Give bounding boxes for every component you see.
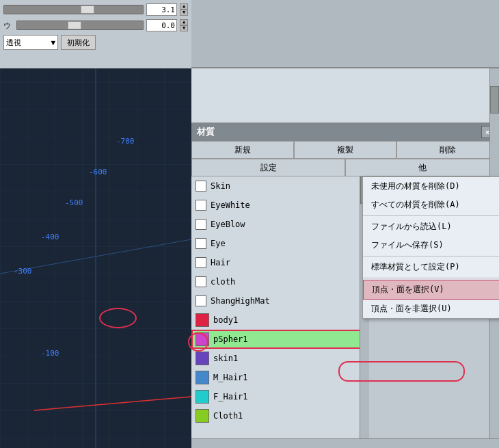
checkbox-eyewhite[interactable] (195, 200, 206, 211)
material-top-area (191, 68, 499, 123)
context-menu: 未使用の材質を削除(D) すべての材質を削除(A) ファイルから読込(L) ファ… (362, 176, 499, 319)
material-item-eyeblow[interactable]: EyeBlow (191, 215, 368, 234)
grid-label-500: -500 (65, 198, 83, 207)
swatch-skin1 (195, 352, 209, 365)
other-button[interactable]: 他 (345, 159, 499, 176)
material-panel-header: 材質 × (191, 123, 499, 141)
slider-1-spin[interactable]: ▲ ▼ (180, 3, 188, 16)
slider-row-2: ウ 0.0 ▲ ▼ (3, 19, 188, 31)
swatch-pspher1 (195, 332, 209, 346)
material-item-body1[interactable]: body1 (191, 311, 368, 330)
slider-2-label: ウ (3, 21, 14, 31)
top-button-row: 新規 複製 削除 (191, 141, 499, 159)
ctx-divider-2 (363, 256, 499, 256)
material-body: Skin EyeWhite EyeBlow Eye Hair (191, 176, 499, 448)
ctx-divider-3 (363, 278, 499, 278)
grid-label-400: -400 (41, 233, 59, 241)
spin-down-2[interactable]: ▼ (180, 25, 188, 31)
ctx-select-vertex[interactable]: 頂点・面を選択(V) (363, 280, 499, 300)
material-item-skin1[interactable]: skin1 (191, 349, 368, 368)
checkbox-cloth[interactable] (195, 276, 206, 287)
checkbox-eye[interactable] (195, 238, 206, 249)
bottom-scrollbar[interactable] (191, 438, 499, 448)
panel-scrollbar-thumb[interactable] (490, 86, 499, 114)
spin-down-1[interactable]: ▼ (180, 10, 188, 16)
material-panel: 材質 × 新規 複製 削除 設定 他 Skin EyeWhite (191, 68, 499, 448)
slider-1[interactable] (3, 5, 144, 14)
ctx-delete-unused[interactable]: 未使用の材質を削除(D) (363, 177, 499, 196)
checkbox-shanghighmat[interactable] (195, 295, 206, 306)
checkbox-skin[interactable] (195, 181, 206, 192)
swatch-cloth1 (195, 409, 209, 423)
material-item-hair[interactable]: Hair (191, 253, 368, 272)
checkbox-eyeblow[interactable] (195, 219, 206, 230)
ctx-load-file[interactable]: ファイルから読込(L) (363, 218, 499, 236)
material-item-eyewhite[interactable]: EyeWhite (191, 196, 368, 215)
bottom-button-row: 設定 他 (191, 159, 499, 176)
slider-2-value[interactable]: 0.0 (146, 19, 177, 31)
copy-button[interactable]: 複製 (294, 141, 396, 158)
slider-area: 3.1 ▲ ▼ ウ 0.0 ▲ ▼ 透視 ▼ 初期化 (0, 0, 191, 68)
swatch-fhair1 (195, 390, 209, 404)
ctx-divider-1 (363, 215, 499, 216)
ctx-set-default[interactable]: 標準材質として設定(P) (363, 258, 499, 276)
slider-row-1: 3.1 ▲ ▼ (3, 3, 188, 16)
new-button[interactable]: 新規 (191, 141, 294, 158)
grid-label-100: -100 (41, 349, 59, 358)
swatch-body1 (195, 313, 209, 327)
material-item-fhair1[interactable]: F_Hair1 (191, 387, 368, 406)
swatch-mhair1 (195, 371, 209, 384)
slider-2-spin[interactable]: ▲ ▼ (180, 19, 188, 31)
material-item-shanghighmat[interactable]: ShangHighMat (191, 291, 368, 311)
delete-button[interactable]: 削除 (396, 141, 499, 158)
slider-1-value[interactable]: 3.1 (146, 3, 177, 16)
ctx-delete-all[interactable]: すべての材質を削除(A) (363, 196, 499, 214)
material-item-cloth[interactable]: cloth (191, 272, 368, 291)
dropdown-arrow: ▼ (51, 38, 55, 47)
ctx-deselect-vertex[interactable]: 頂点・面を非選択(U) (363, 300, 499, 318)
checkbox-hair[interactable] (195, 257, 206, 268)
material-item-mhair1[interactable]: M_Hair1 (191, 368, 368, 387)
perspective-dropdown[interactable]: 透視 ▼ (3, 35, 58, 50)
grid-label-600: -600 (89, 168, 107, 176)
material-title: 材質 (197, 126, 215, 138)
material-list[interactable]: Skin EyeWhite EyeBlow Eye Hair (191, 176, 369, 448)
bottom-controls: 透視 ▼ 初期化 (3, 35, 188, 50)
material-item-cloth1[interactable]: Cloth1 (191, 406, 368, 425)
top-panel: 3.1 ▲ ▼ ウ 0.0 ▲ ▼ 透視 ▼ 初期化 (0, 0, 499, 68)
set-button[interactable]: 設定 (191, 159, 345, 176)
material-item-skin[interactable]: Skin (191, 176, 368, 196)
spin-up-2[interactable]: ▲ (180, 19, 188, 25)
material-item-pspher1[interactable]: pSpher1 (191, 330, 368, 349)
grid-label-700: -700 (116, 137, 135, 146)
ctx-save-file[interactable]: ファイルへ保存(S) (363, 236, 499, 254)
init-button[interactable]: 初期化 (61, 35, 96, 50)
grid-label-300: -300 (14, 267, 32, 276)
spin-up-1[interactable]: ▲ (180, 3, 188, 10)
slider-2[interactable] (16, 21, 144, 30)
material-item-eye[interactable]: Eye (191, 234, 368, 253)
